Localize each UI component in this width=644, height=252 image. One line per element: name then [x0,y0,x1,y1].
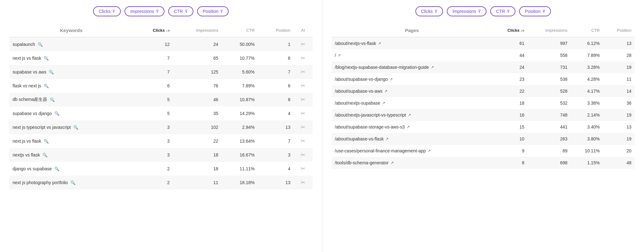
external-link-icon[interactable]: ↗ [431,65,434,69]
keyword-search-icon[interactable]: 🔍 [44,139,49,144]
keyword-cell: flask vs next js🔍 [9,79,133,93]
pages-ctr-filter[interactable]: CTR ⊽ [490,6,515,16]
keyword-search-icon[interactable]: 🔍 [44,56,49,61]
external-link-icon[interactable]: ↗ [391,161,394,165]
keyword-clicks: 2 [133,176,173,189]
keyword-clicks: 5 [133,107,173,120]
page-clicks: 10 [492,133,527,145]
keyword-ctr: 18.18% [221,176,258,189]
page-ctr: 3.28% [571,61,603,73]
keyword-ai[interactable]: ✂︎ [293,120,312,134]
keyword-ai[interactable]: ✂︎ [293,134,312,148]
pages-ctr-filter-icon: ⊽ [507,9,510,14]
keywords-position-filter[interactable]: Position ⊽ [197,6,229,16]
page-position: 13 [603,37,635,49]
ai-icon: ✂︎ [301,124,305,130]
keyword-search-icon[interactable]: 🔍 [50,97,55,102]
page-position: 19 [603,61,635,73]
keywords-col-impressions: Impressions [173,24,221,37]
keyword-search-icon[interactable]: 🔍 [54,111,59,116]
keyword-ai[interactable]: ✂︎ [293,176,312,189]
external-link-icon[interactable]: ↗ [382,101,385,105]
keyword-search-icon[interactable]: 🔍 [54,167,59,171]
keyword-text: next js photography portfolio [13,180,68,185]
external-link-icon[interactable]: ↗ [407,125,410,129]
ai-icon: ✂︎ [301,41,305,47]
keyword-ctr: 16.67% [221,148,258,162]
keyword-search-icon[interactable]: 🔍 [44,84,49,88]
page-impressions: 532 [527,97,570,109]
keywords-col-ai: AI [293,24,312,37]
page-ctr: 3.38% [571,97,603,109]
pages-col-position: Position [603,24,635,37]
external-link-icon[interactable]: ↗ [408,113,411,117]
page-text: / [335,53,336,58]
keyword-search-icon[interactable]: 🔍 [38,42,43,47]
page-impressions: 528 [527,85,570,97]
pages-table-row: /about/supabase-vs-aws↗225284.17%14 [332,85,635,97]
keywords-table-row: next js typescript vs javascript🔍31022.9… [9,120,313,134]
keyword-cell: django vs supabase🔍 [9,162,133,176]
pages-ctr-filter-label: CTR [496,9,505,14]
keywords-ctr-filter[interactable]: CTR ⊽ [168,6,193,16]
pages-position-filter-label: Position [525,9,541,14]
keyword-ai[interactable]: ✂︎ [293,148,312,162]
external-link-icon[interactable]: ↗ [386,137,389,141]
pages-table-row: /↗445587.89%28 [332,49,635,61]
position-filter-label: Position [203,9,219,14]
page-text: /about/nextjs-supabase [335,101,380,106]
keywords-col-clicks[interactable]: Clicks ↓≡ [133,24,173,37]
page-cell: /about/nextjs-supabase↗ [332,97,492,109]
external-link-icon[interactable]: ↗ [384,89,387,93]
keyword-search-icon[interactable]: 🔍 [42,153,47,157]
page-content: /↗ [335,53,489,58]
pages-clicks-filter[interactable]: Clicks ⊽ [415,6,443,16]
page-cell: /about/nextjs-javascript-vs-typescript↗ [332,109,492,121]
external-link-icon[interactable]: ↗ [390,77,393,81]
page-content: /about/nextjs-supabase↗ [335,101,489,106]
keyword-ai[interactable]: ✂︎ [293,93,312,107]
keyword-cell: supalaunch🔍 [9,37,133,51]
page-content: /about/supabase-storage-vs-aws-s3↗ [335,124,489,129]
ai-icon: ✂︎ [301,179,305,186]
keyword-content: django vs supabase🔍 [13,166,130,171]
keywords-clicks-filter[interactable]: Clicks ⊽ [93,6,121,16]
impressions-filter-label: Impressions [130,9,154,14]
keyword-ai[interactable]: ✂︎ [293,65,312,79]
pages-col-impressions: Impressions [527,24,570,37]
keyword-ai[interactable]: ✂︎ [293,37,312,51]
keyword-ai[interactable]: ✂︎ [293,162,312,176]
page-position: 11 [603,73,635,85]
pages-table-row: /about/nextjs-supabase↗185323.38%36 [332,97,635,109]
keyword-text: db schema産生器 [13,97,47,102]
page-text: /about/supabase-vs-flask [335,136,384,141]
pages-impressions-filter[interactable]: Impressions ⊽ [447,6,486,16]
keyword-text: django vs supabase [13,166,52,171]
page-impressions: 538 [527,73,570,85]
pages-panel: Clicks ⊽ Impressions ⊽ CTR ⊽ Position ⊽ … [322,0,644,252]
pages-position-filter[interactable]: Position ⊽ [519,6,551,16]
keyword-search-icon[interactable]: 🔍 [73,125,78,130]
pages-col-clicks[interactable]: Clicks ↓≡ [492,24,527,37]
keyword-cell: nextjs vs flask🔍 [9,148,133,162]
keyword-position: 13 [258,120,294,134]
keyword-impressions: 35 [173,107,221,120]
page-cell: /about/supabase-storage-vs-aws-s3↗ [332,121,492,133]
external-link-icon[interactable]: ↗ [378,41,381,46]
page-impressions: 263 [527,133,570,145]
external-link-icon[interactable]: ↗ [428,149,431,153]
keyword-ai[interactable]: ✂︎ [293,51,312,65]
keyword-search-icon[interactable]: 🔍 [49,70,54,74]
page-cell: /about/supabase-vs-aws↗ [332,85,492,97]
keyword-ai[interactable]: ✂︎ [293,107,312,120]
keyword-ai[interactable]: ✂︎ [293,79,312,93]
keyword-content: db schema産生器🔍 [13,97,130,102]
external-link-icon[interactable]: ↗ [338,53,341,58]
keyword-impressions: 11 [173,176,221,189]
keyword-ctr: 14.29% [221,107,258,120]
keyword-search-icon[interactable]: 🔍 [70,180,75,185]
page-ctr: 3.40% [571,121,603,133]
pages-col-ctr: CTR [571,24,603,37]
page-ctr: 4.17% [571,85,603,97]
keywords-impressions-filter[interactable]: Impressions ⊽ [125,6,164,16]
